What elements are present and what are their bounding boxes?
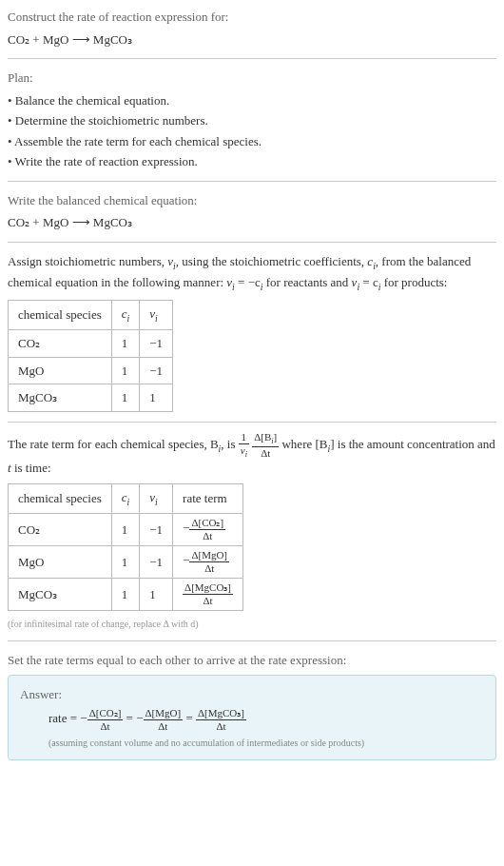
rateterm-intro: The rate term for each chemical species,… xyxy=(8,432,496,478)
cell-species: MgO xyxy=(9,357,112,384)
frac-den: Δt xyxy=(183,595,233,606)
fraction: Δ[CO₂]Δt xyxy=(87,708,124,732)
cell-species: CO₂ xyxy=(9,513,112,545)
cell-c: 1 xyxy=(111,357,140,384)
balanced-header: Write the balanced chemical equation: xyxy=(8,191,496,210)
cell-c: 1 xyxy=(111,578,140,610)
balanced-equation: CO₂ + MgO ⟶ MgCO₃ xyxy=(8,213,496,232)
fraction: Δ[Bi]Δt xyxy=(252,432,279,459)
cell-species: MgCO₃ xyxy=(9,384,112,412)
sub-i: i xyxy=(245,450,247,459)
frac-num: Δ[CO₂] xyxy=(87,708,124,720)
divider xyxy=(8,242,496,243)
text: Δ[B xyxy=(254,431,271,443)
cell-nu: −1 xyxy=(140,513,173,545)
stoich-intro: Assign stoichiometric numbers, νi, using… xyxy=(8,252,496,294)
equals: = xyxy=(126,711,137,725)
final-section: Set the rate terms equal to each other t… xyxy=(8,651,496,760)
divider xyxy=(8,640,496,641)
text: The rate term for each chemical species,… xyxy=(8,437,219,451)
frac-den: Δt xyxy=(252,447,279,459)
text: for products: xyxy=(380,275,447,289)
text: where [B xyxy=(281,437,327,451)
text: chemical species xyxy=(18,491,102,505)
text: is time: xyxy=(11,461,51,475)
final-header: Set the rate terms equal to each other t… xyxy=(8,651,496,670)
cell-rate: −Δ[CO₂]Δt xyxy=(173,513,243,545)
plan-header: Plan: xyxy=(8,69,496,88)
fraction: Δ[MgO]Δt xyxy=(189,550,229,574)
text: ] xyxy=(274,431,278,443)
fraction: Δ[MgO]Δt xyxy=(144,708,184,732)
frac-den: Δt xyxy=(189,530,225,541)
table-row: MgO 1 −1 xyxy=(9,357,173,384)
stoich-section: Assign stoichiometric numbers, νi, using… xyxy=(8,252,496,412)
col-header: ci xyxy=(111,483,140,513)
cell-c: 1 xyxy=(111,513,140,545)
prompt-header: Construct the rate of reaction expressio… xyxy=(8,8,496,27)
balanced-section: Write the balanced chemical equation: CO… xyxy=(8,191,496,232)
divider xyxy=(8,181,496,182)
answer-label: Answer: xyxy=(20,685,484,704)
cell-nu: −1 xyxy=(140,330,173,358)
plan-list: • Balance the chemical equation. • Deter… xyxy=(8,91,496,171)
text: = c xyxy=(359,275,378,289)
cell-species: MgO xyxy=(9,545,112,578)
cell-c: 1 xyxy=(111,545,140,578)
text: chemical species xyxy=(18,307,102,322)
col-header: chemical species xyxy=(9,300,112,329)
fraction: Δ[MgCO₃]Δt xyxy=(196,708,246,732)
sub-i: i xyxy=(127,313,130,324)
plan-section: Plan: • Balance the chemical equation. •… xyxy=(8,69,496,171)
rateterm-section: The rate term for each chemical species,… xyxy=(8,432,496,631)
fraction: Δ[CO₂]Δt xyxy=(189,518,225,541)
text: rate term xyxy=(183,491,227,505)
rateterm-caption: (for infinitesimal rate of change, repla… xyxy=(8,617,496,631)
stoich-table: chemical species ci νi CO₂ 1 −1 MgO 1 −1… xyxy=(8,300,173,412)
divider xyxy=(8,422,496,423)
cell-rate: −Δ[MgO]Δt xyxy=(173,545,243,578)
sign: − xyxy=(183,553,189,567)
cell-nu: −1 xyxy=(140,357,173,384)
plan-item: • Assemble the rate term for each chemic… xyxy=(8,132,496,151)
sub-i: i xyxy=(127,496,130,506)
cell-nu: 1 xyxy=(140,384,173,412)
text: , is xyxy=(221,437,238,451)
fraction: 1νi xyxy=(239,432,249,459)
frac-num: Δ[CO₂] xyxy=(189,518,225,530)
sign: − xyxy=(80,711,87,725)
prompt-section: Construct the rate of reaction expressio… xyxy=(8,8,496,49)
prompt-equation: CO₂ + MgO ⟶ MgCO₃ xyxy=(8,30,496,49)
col-header: νi xyxy=(140,483,173,513)
cell-species: MgCO₃ xyxy=(9,578,112,610)
equals: = xyxy=(185,711,196,725)
frac-num: Δ[MgO] xyxy=(189,550,229,562)
col-header: νi xyxy=(140,300,173,329)
cell-nu: 1 xyxy=(140,578,173,610)
frac-num: Δ[Bi] xyxy=(252,432,279,447)
frac-den: Δt xyxy=(196,720,246,732)
text: , using the stoichiometric coefficients, xyxy=(176,254,368,268)
col-header: rate term xyxy=(173,483,243,513)
text: = −c xyxy=(235,275,261,289)
cell-c: 1 xyxy=(111,330,140,358)
answer-note: (assuming constant volume and no accumul… xyxy=(48,736,484,750)
table-row: MgCO₃ 1 1 xyxy=(9,384,173,412)
sub-i: i xyxy=(155,496,158,506)
table-row: CO₂ 1 −1 xyxy=(9,330,173,358)
frac-den: Δt xyxy=(87,720,124,732)
frac-den: Δt xyxy=(144,720,184,732)
frac-den: νi xyxy=(239,444,249,459)
table-row: CO₂ 1 −1 −Δ[CO₂]Δt xyxy=(9,513,243,545)
table-row: MgCO₃ 1 1 Δ[MgCO₃]Δt xyxy=(9,578,243,610)
table-row: MgO 1 −1 −Δ[MgO]Δt xyxy=(9,545,243,578)
answer-box: Answer: rate = −Δ[CO₂]Δt = −Δ[MgO]Δt = Δ… xyxy=(8,675,496,760)
rateterm-table: chemical species ci νi rate term CO₂ 1 −… xyxy=(8,483,243,611)
text: Assign stoichiometric numbers, xyxy=(8,254,167,268)
cell-nu: −1 xyxy=(140,545,173,578)
text: ] is the amount concentration and xyxy=(330,437,495,451)
fraction: Δ[MgCO₃]Δt xyxy=(183,582,233,606)
frac-num: Δ[MgCO₃] xyxy=(196,708,246,720)
text: Δt xyxy=(261,447,270,459)
table-header-row: chemical species ci νi xyxy=(9,300,173,329)
